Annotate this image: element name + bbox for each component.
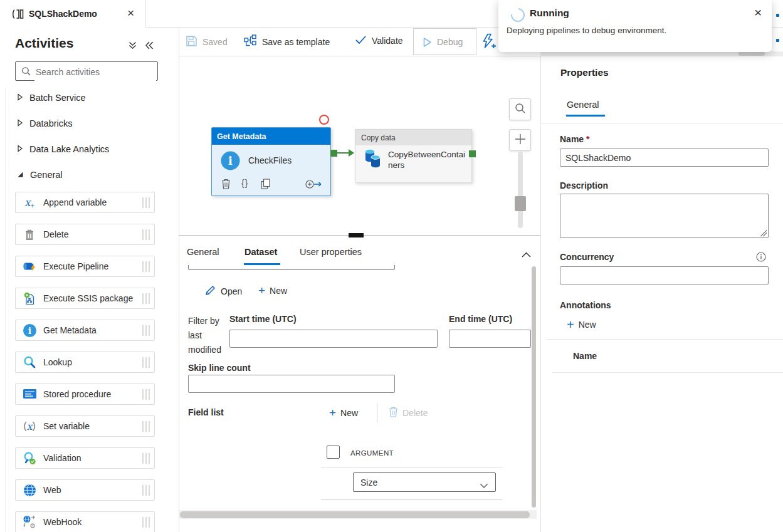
validate-button[interactable]: Validate — [355, 35, 403, 46]
category-data-lake-analytics[interactable]: Data Lake Analytics — [16, 142, 154, 156]
get-metadata-icon: i — [21, 322, 38, 338]
field-delete-button: Delete — [389, 407, 428, 419]
toast-close-icon[interactable]: × — [754, 6, 762, 19]
annotations-row-divider — [552, 372, 783, 373]
concurrency-input[interactable] — [560, 266, 769, 284]
info-icon[interactable] — [756, 252, 766, 264]
caret-collapsed-icon — [16, 144, 23, 155]
validation-error-ring — [319, 115, 329, 125]
copy-data-node[interactable]: Copy data CopyBetweenContainers — [355, 129, 472, 183]
caret-collapsed-icon — [16, 93, 23, 103]
collapse-config-panel-icon[interactable] — [521, 249, 532, 261]
field-type-select[interactable]: Size — [353, 472, 496, 492]
activity-item-webhook[interactable]: ⚙ WebHook — [15, 511, 155, 532]
dataset-dropdown-partial[interactable] — [188, 265, 395, 270]
category-general[interactable]: General — [16, 168, 154, 182]
field-type-select-value: Size — [360, 477, 377, 488]
drag-handle[interactable] — [142, 389, 150, 400]
canvas-zoom-slider-thumb[interactable] — [515, 196, 526, 211]
category-batch-service[interactable]: Batch Service — [16, 91, 154, 105]
tab-close-icon[interactable]: × — [127, 7, 134, 19]
new-dataset-button[interactable]: + New — [258, 284, 287, 296]
activity-item-lookup[interactable]: Lookup — [15, 352, 155, 373]
drag-handle[interactable] — [142, 261, 150, 272]
search-activities-input[interactable] — [34, 63, 156, 81]
chevron-down-icon — [480, 480, 488, 491]
argument-column-header: ARGUMENT — [350, 449, 394, 457]
panel-resize-handle[interactable] — [349, 233, 364, 237]
start-time-input[interactable] — [229, 330, 438, 348]
tab-user-properties[interactable]: User properties — [300, 247, 362, 257]
command-divider — [377, 404, 377, 422]
stored-procedure-icon — [21, 386, 38, 402]
search-icon — [21, 66, 31, 76]
pipeline-tab[interactable]: SQLShackDemo × — [0, 0, 146, 28]
drag-handle[interactable] — [142, 485, 150, 496]
get-metadata-node[interactable]: Get Metadata i CheckFiles {} — [211, 127, 331, 196]
properties-tab-general[interactable]: General — [567, 100, 599, 110]
node-code-icon[interactable]: {} — [241, 178, 248, 188]
description-textarea[interactable] — [560, 194, 769, 238]
canvas-zoom-in-button[interactable] — [509, 129, 531, 151]
output-port[interactable] — [469, 150, 476, 157]
activities-title: Activities — [15, 36, 73, 51]
category-databricks[interactable]: Databricks — [16, 117, 154, 130]
field-new-button[interactable]: + New — [329, 407, 358, 419]
activity-item-set-variable[interactable]: (x) Set variable — [15, 415, 155, 437]
check-icon — [355, 35, 367, 46]
end-time-label: End time (UTC) — [449, 314, 512, 324]
skip-line-count-input[interactable] — [188, 375, 395, 393]
node-clone-icon[interactable] — [261, 179, 270, 192]
description-label: Description — [560, 180, 608, 190]
canvas-zoom-slider-track[interactable] — [518, 152, 523, 228]
config-panel-horizontal-scrollbar[interactable] — [180, 511, 530, 518]
activity-item-stored-procedure[interactable]: Stored procedure — [15, 383, 155, 405]
validation-icon — [21, 450, 38, 466]
argument-select-all-checkbox[interactable] — [327, 446, 340, 459]
drag-handle[interactable] — [142, 197, 150, 208]
config-panel-vertical-scrollbar[interactable] — [532, 266, 536, 508]
collapse-all-icon[interactable] — [128, 41, 137, 53]
node-delete-icon[interactable] — [221, 179, 231, 192]
activity-item-execute-pipeline[interactable]: Execute Pipeline — [15, 256, 155, 277]
save-as-template-button[interactable]: Save as template — [244, 34, 330, 49]
activity-item-get-metadata[interactable]: i Get Metadata — [15, 320, 155, 341]
activity-item-validation[interactable]: Validation — [15, 447, 155, 469]
magnifier-icon — [515, 103, 526, 117]
drag-handle[interactable] — [142, 325, 150, 336]
add-trigger-icon[interactable] — [481, 33, 497, 53]
table-divider — [321, 499, 502, 500]
tab-general[interactable]: General — [187, 247, 219, 257]
play-icon — [422, 36, 433, 51]
canvas-zoom-fit-button[interactable] — [509, 98, 531, 120]
pencil-icon — [204, 284, 216, 298]
end-time-input[interactable] — [449, 330, 531, 348]
resize-grip-icon[interactable] — [760, 230, 767, 236]
activity-item-web[interactable]: Web — [15, 479, 155, 501]
node-add-output-icon[interactable] — [305, 179, 323, 192]
delete-icon — [21, 226, 38, 243]
activity-item-delete[interactable]: Delete — [15, 224, 155, 245]
tab-dataset[interactable]: Dataset — [244, 247, 277, 257]
annotations-new-button[interactable]: + New — [567, 318, 596, 331]
pipeline-name-input[interactable] — [560, 149, 769, 167]
activity-item-append-variable[interactable]: x+ Append variable — [15, 192, 155, 213]
collapse-panel-icon[interactable] — [145, 41, 154, 53]
svg-text:⚙: ⚙ — [29, 522, 36, 529]
activity-item-execute-ssis-package[interactable]: Execute SSIS package — [15, 288, 155, 309]
drag-handle[interactable] — [142, 293, 150, 304]
output-port[interactable] — [330, 150, 337, 157]
drag-handle[interactable] — [142, 517, 150, 528]
activities-scroll-rail[interactable] — [5, 88, 6, 532]
drag-handle[interactable] — [142, 421, 150, 432]
plus-icon: + — [258, 284, 265, 296]
start-time-label: Start time (UTC) — [229, 314, 297, 324]
drag-handle[interactable] — [142, 453, 150, 464]
drag-handle[interactable] — [142, 229, 150, 240]
toast-title: Running — [530, 8, 569, 19]
debug-button: Debug — [413, 28, 476, 55]
drag-handle[interactable] — [142, 357, 150, 368]
open-dataset-button[interactable]: Open — [204, 284, 242, 298]
filter-by-label: Filter by last modified — [188, 314, 227, 357]
properties-horizontal-scrollbar[interactable] — [738, 52, 765, 56]
